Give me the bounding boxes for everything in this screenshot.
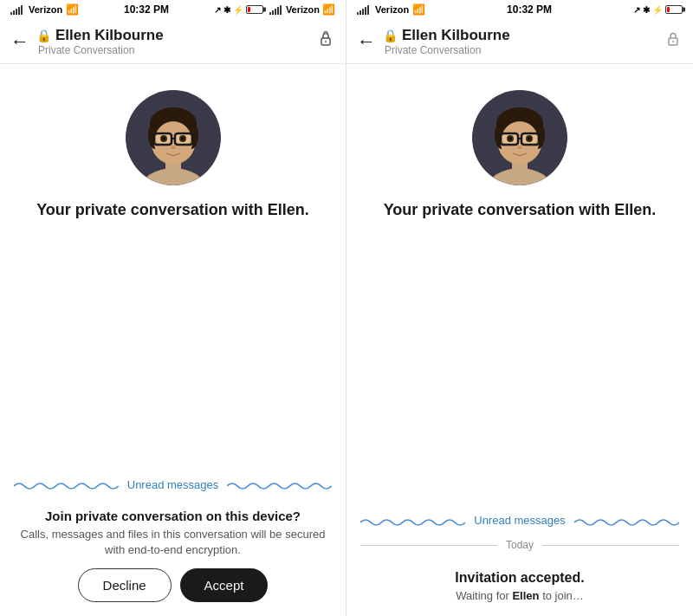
greeting-left: Your private conversation with Ellen.: [19, 201, 327, 219]
chat-area-right: Your private conversation with Ellen. Un…: [346, 64, 693, 616]
nav-title-area-left: 🔒 Ellen Kilbourne Private Conversation: [36, 27, 316, 56]
time-right: 10:32 PM: [507, 3, 552, 16]
wave-left-left: [14, 479, 119, 490]
left-panel: Verizon 📶 10:32 PM ↗ ✱ ⚡: [0, 0, 346, 616]
battery-right: [665, 5, 683, 14]
svg-point-14: [162, 137, 165, 140]
lock-icon-right: 🔒: [383, 29, 398, 42]
greeting-right: Your private conversation with Ellen.: [366, 201, 674, 219]
wave-right-right: [574, 515, 679, 526]
today-divider: Today: [346, 534, 693, 556]
time-left: 10:32 PM: [124, 3, 169, 16]
unread-label-right: Unread messages: [465, 514, 574, 527]
chat-area-left: Your private conversation with Ellen. Un…: [0, 64, 346, 616]
svg-point-23: [672, 41, 674, 42]
svg-point-1: [325, 41, 327, 42]
status-bar-left: Verizon 📶 10:32 PM ↗ ✱ ⚡: [0, 0, 346, 19]
nav-action-left[interactable]: [316, 29, 335, 53]
today-line-right: [542, 545, 679, 546]
invitation-subtitle: Waiting for Ellen to join…: [364, 589, 676, 602]
unread-divider-right: Unread messages: [346, 507, 693, 534]
wave-right-left: [227, 479, 332, 490]
signal-icon: [10, 5, 23, 15]
battery-left: [246, 5, 263, 14]
today-line-left: [360, 545, 497, 546]
avatar-right: [472, 90, 567, 185]
action-buttons: Decline Accept: [14, 568, 332, 602]
signal-icon-right: [269, 5, 282, 15]
lock-icon-left: 🔒: [36, 29, 51, 42]
join-desc: Calls, messages and files in this conver…: [14, 527, 332, 558]
invitation-suffix: to join…: [542, 589, 584, 602]
right-panel: Verizon 📶 10:32 PM ↗ ✱ ⚡ ← 🔒: [346, 0, 693, 616]
wifi-icon-r: 📶: [412, 3, 425, 16]
wifi-icon-left: 📶: [66, 3, 79, 16]
nav-bar-left: ← 🔒 Ellen Kilbourne Private Conversation: [0, 19, 346, 64]
nav-bar-right: ← 🔒 Ellen Kilbourne Private Conversation: [346, 19, 693, 64]
direction-icon-r: ↗: [633, 5, 640, 15]
svg-point-21: [171, 146, 176, 149]
today-label: Today: [497, 539, 542, 551]
svg-point-15: [181, 137, 185, 140]
unread-divider-left: Unread messages: [0, 471, 346, 498]
carrier-left: Verizon: [29, 4, 62, 15]
nav-title-area-right: 🔒 Ellen Kilbourne Private Conversation: [383, 27, 664, 56]
back-button-right[interactable]: ←: [357, 32, 376, 51]
status-right-left: ↗ ✱ ⚡ Verizon 📶: [214, 3, 335, 16]
invitation-title: Invitation accepted.: [364, 570, 676, 586]
svg-point-37: [528, 137, 531, 140]
status-left-right: Verizon 📶: [357, 3, 425, 16]
status-bar-right: Verizon 📶 10:32 PM ↗ ✱ ⚡: [346, 0, 693, 19]
nav-title-right: 🔒 Ellen Kilbourne: [383, 27, 664, 44]
decline-button[interactable]: Decline: [78, 568, 172, 602]
charging-icon-r: ⚡: [652, 5, 663, 15]
join-title: Join private conversation on this device…: [14, 509, 332, 523]
svg-point-36: [508, 137, 512, 140]
unread-label-left: Unread messages: [119, 478, 228, 491]
contact-name-left: Ellen Kilbourne: [55, 27, 164, 44]
accept-button[interactable]: Accept: [180, 568, 269, 602]
status-right-right: ↗ ✱ ⚡: [633, 5, 683, 15]
join-action-area: Join private conversation on this device…: [0, 498, 346, 616]
chat-content-right: Your private conversation with Ellen.: [346, 64, 693, 507]
nav-subtitle-left: Private Conversation: [38, 44, 316, 56]
wifi-icon-right: 📶: [322, 3, 335, 16]
bluetooth-icon-left: ✱: [223, 5, 230, 15]
invitation-subtitle-text: Waiting for: [456, 589, 509, 602]
status-left: Verizon 📶: [10, 3, 79, 16]
carrier-right: Verizon: [375, 4, 409, 15]
chat-content-left: Your private conversation with Ellen.: [0, 64, 346, 471]
invitation-area: Invitation accepted. Waiting for Ellen t…: [346, 556, 693, 616]
direction-icon: ↗: [214, 5, 221, 15]
contact-name-right: Ellen Kilbourne: [402, 27, 510, 44]
back-button-left[interactable]: ←: [10, 32, 29, 51]
nav-subtitle-right: Private Conversation: [385, 44, 664, 56]
bluetooth-icon-r: ✱: [643, 5, 650, 15]
charging-icon-left: ⚡: [233, 5, 243, 15]
carrier-right-part: Verizon: [286, 4, 320, 15]
nav-title-left: 🔒 Ellen Kilbourne: [36, 27, 316, 44]
signal-icon-r: [357, 5, 369, 15]
avatar-left: [126, 90, 221, 185]
wave-left-right: [360, 515, 465, 526]
invitation-name: Ellen: [512, 589, 539, 602]
nav-action-right[interactable]: [664, 29, 683, 53]
svg-point-43: [517, 146, 522, 149]
